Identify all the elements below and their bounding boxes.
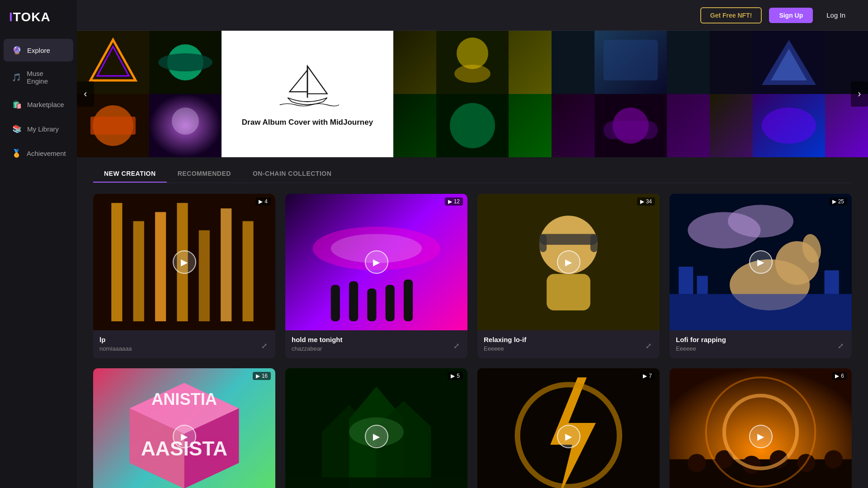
card-thumb-3: ▶ 34 ▶ — [477, 194, 660, 330]
svg-rect-50 — [547, 274, 590, 310]
banner-next-button[interactable]: › — [851, 81, 868, 107]
svg-point-15 — [457, 38, 488, 69]
sidebar-item-achievement[interactable]: 🏅 Achievement — [4, 142, 73, 164]
play-button-5[interactable]: ▶ — [173, 425, 196, 448]
card-artist-4: Eeeeee — [676, 345, 726, 352]
topbar: Get Free NFT! Sign Up Log In — [77, 0, 868, 31]
card-count-4: ▶ 25 — [829, 197, 847, 206]
share-button-3[interactable]: ⤢ — [644, 340, 653, 352]
card-thumb-5: ANISTIA AASISTA ▶ 16 ▶ — [93, 368, 275, 488]
card-count-5: ▶ 16 — [253, 372, 271, 380]
marketplace-icon: 🛍️ — [12, 99, 22, 109]
play-button-6[interactable]: ▶ — [365, 425, 388, 448]
card-count-8: ▶ 6 — [832, 372, 847, 380]
play-button-4[interactable]: ▶ — [749, 250, 773, 274]
achievement-icon: 🏅 — [12, 148, 21, 158]
log-in-button[interactable]: Log In — [820, 7, 852, 23]
tab-new-creation[interactable]: NEW CREATION — [93, 165, 167, 183]
banner-carousel: ‹ — [77, 31, 868, 157]
card-artist-3: Eeeeee — [484, 345, 526, 352]
count-icon-2: ▶ — [448, 198, 452, 205]
music-card-6[interactable]: ▶ 5 ▶ ⤢ — [285, 368, 467, 488]
svg-point-10 — [172, 108, 199, 135]
share-button-4[interactable]: ⤢ — [836, 340, 845, 352]
svg-point-28 — [762, 108, 816, 144]
card-text-4: Lofi for rapping Eeeeee — [676, 336, 726, 352]
count-icon-8: ▶ — [835, 373, 839, 379]
svg-point-84 — [825, 450, 843, 469]
card-text-2: hold me tonight chazzabear — [292, 336, 342, 352]
svg-rect-72 — [285, 478, 467, 488]
sidebar-label-marketplace: Marketplace — [27, 101, 64, 108]
muse-engine-icon: 🎵 — [12, 72, 21, 82]
sidebar-label-my-library: My Library — [27, 125, 59, 133]
play-button-3[interactable]: ▶ — [557, 250, 580, 274]
count-icon-6: ▶ — [451, 373, 455, 379]
banner-thumb-5 — [393, 31, 552, 94]
sidebar-label-explore: Explore — [27, 47, 50, 54]
card-thumb-6: ▶ 5 ▶ — [285, 368, 467, 488]
count-icon-5: ▶ — [256, 373, 260, 379]
sidebar-item-explore[interactable]: 🔮 Explore — [4, 39, 73, 61]
svg-rect-49 — [590, 234, 598, 252]
music-card-8[interactable]: ▶ 6 ▶ ⤢ — [670, 368, 852, 488]
tab-recommended[interactable]: RECOMMENDED — [167, 165, 242, 183]
sidebar-label-muse-engine: Muse Engine — [27, 70, 65, 85]
banner-thumb-8 — [393, 94, 552, 157]
svg-rect-43 — [386, 285, 395, 322]
card-thumb-1: ▶ 4 ▶ — [93, 194, 275, 330]
card-count-1: ▶ 4 — [255, 197, 271, 206]
card-title-3: Relaxing lo-if — [484, 336, 526, 343]
music-card-1[interactable]: ▶ 4 ▶ lp nomiaaaaaa ⤢ — [93, 194, 275, 358]
banner-thumb-9 — [552, 94, 710, 157]
svg-rect-32 — [155, 212, 166, 321]
banner-grid: Draw Album Cover with MidJourney — [77, 31, 868, 157]
count-icon-7: ▶ — [643, 373, 647, 379]
svg-rect-40 — [331, 285, 340, 322]
card-title-2: hold me tonight — [292, 336, 342, 343]
card-title-4: Lofi for rapping — [676, 336, 726, 343]
svg-point-23 — [450, 103, 495, 148]
play-button-8[interactable]: ▶ — [749, 425, 773, 448]
card-info-3: Relaxing lo-if Eeeeee ⤢ — [477, 330, 660, 358]
card-artist-1: nomiaaaaaa — [99, 345, 132, 352]
card-count-7: ▶ 7 — [640, 372, 655, 380]
count-icon-3: ▶ — [640, 198, 644, 205]
play-button-2[interactable]: ▶ — [365, 250, 388, 274]
get-free-nft-button[interactable]: Get Free NFT! — [700, 7, 762, 23]
svg-rect-48 — [539, 234, 547, 252]
music-card-7[interactable]: ▶ 7 ▶ ⤢ — [477, 368, 660, 488]
svg-rect-42 — [367, 289, 376, 322]
card-text-3: Relaxing lo-if Eeeeee — [484, 336, 526, 352]
music-card-5[interactable]: ANISTIA AASISTA ▶ 16 ▶ ⤢ — [93, 368, 275, 488]
card-title-1: lp — [99, 336, 132, 343]
sidebar-item-muse-engine[interactable]: 🎵 Muse Engine — [4, 63, 73, 91]
card-count-6: ▶ 5 — [448, 372, 463, 380]
banner-title: Draw Album Cover with MidJourney — [242, 118, 373, 127]
banner-right-thumbs — [393, 31, 868, 157]
music-card-2[interactable]: ▶ 12 ▶ hold me tonight chazzabear ⤢ — [285, 194, 467, 358]
card-text-1: lp nomiaaaaaa — [99, 336, 132, 352]
play-button-1[interactable]: ▶ — [173, 250, 196, 274]
music-card-4[interactable]: ▶ 25 ▶ Lofi for rapping Eeeeee ⤢ — [670, 194, 852, 358]
share-button-1[interactable]: ⤢ — [259, 340, 269, 352]
svg-rect-57 — [697, 276, 708, 294]
svg-rect-56 — [679, 267, 693, 294]
sidebar-item-my-library[interactable]: 📚 My Library — [4, 117, 73, 140]
sidebar-label-achievement: Achievement — [27, 150, 66, 157]
music-card-3[interactable]: ▶ 34 ▶ Relaxing lo-if Eeeeee ⤢ — [477, 194, 660, 358]
banner-prev-button[interactable]: ‹ — [77, 81, 94, 107]
tab-on-chain[interactable]: ON-CHAIN COLLECTION — [242, 165, 342, 183]
svg-rect-35 — [221, 208, 231, 321]
banner-center: Draw Album Cover with MidJourney — [222, 31, 393, 157]
sidebar-item-marketplace[interactable]: 🛍️ Marketplace — [4, 93, 73, 116]
banner-thumb-10 — [710, 94, 868, 157]
play-button-7[interactable]: ▶ — [557, 425, 580, 448]
sign-up-button[interactable]: Sign Up — [769, 8, 813, 23]
card-artist-2: chazzabear — [292, 345, 342, 352]
explore-icon: 🔮 — [12, 45, 22, 55]
card-count-3: ▶ 34 — [637, 197, 655, 206]
share-button-2[interactable]: ⤢ — [452, 340, 461, 352]
banner-left-thumbs — [77, 31, 222, 157]
main-content: Get Free NFT! Sign Up Log In ‹ — [77, 0, 868, 488]
